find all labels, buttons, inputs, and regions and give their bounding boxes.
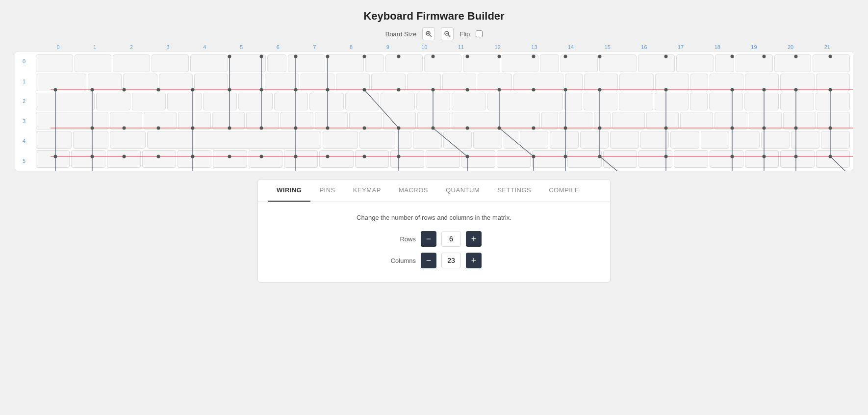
key-4-18[interactable] bbox=[731, 131, 759, 149]
key-2-8[interactable] bbox=[345, 93, 380, 110]
key-2-1[interactable] bbox=[96, 93, 130, 110]
key-5-18[interactable] bbox=[674, 150, 708, 168]
key-3-18[interactable] bbox=[715, 112, 747, 130]
key-0-18[interactable] bbox=[676, 54, 714, 72]
tab-wiring[interactable]: WIRING bbox=[268, 180, 310, 202]
key-1-9[interactable] bbox=[371, 74, 405, 91]
key-0-3[interactable] bbox=[152, 54, 189, 72]
key-0-0[interactable] bbox=[36, 54, 73, 72]
key-0-22[interactable] bbox=[813, 54, 850, 72]
key-5-17[interactable] bbox=[638, 150, 672, 168]
key-3-2[interactable] bbox=[144, 112, 177, 130]
key-1-0[interactable] bbox=[36, 74, 86, 91]
key-3-3[interactable] bbox=[178, 112, 211, 130]
key-0-9[interactable] bbox=[365, 54, 384, 72]
key-1-4[interactable] bbox=[194, 74, 228, 91]
key-3-11[interactable] bbox=[452, 112, 540, 130]
tab-keymap[interactable]: KEYMAP bbox=[344, 180, 390, 202]
key-0-19[interactable] bbox=[715, 54, 734, 72]
key-4-11[interactable] bbox=[520, 131, 548, 149]
key-0-11[interactable] bbox=[424, 54, 461, 72]
key-1-17[interactable] bbox=[655, 74, 689, 91]
key-1-15[interactable] bbox=[584, 74, 618, 91]
key-1-22[interactable] bbox=[816, 74, 850, 91]
tab-quantum[interactable]: QUANTUM bbox=[437, 180, 488, 202]
key-4-6[interactable] bbox=[397, 131, 411, 149]
key-4-4[interactable] bbox=[323, 131, 358, 149]
key-5-2[interactable] bbox=[107, 150, 141, 168]
key-3-15[interactable] bbox=[612, 112, 645, 130]
key-4-5[interactable] bbox=[359, 131, 395, 149]
key-3-7[interactable] bbox=[315, 112, 348, 130]
key-0-6[interactable] bbox=[267, 54, 286, 72]
key-5-19[interactable] bbox=[710, 150, 743, 168]
key-4-13[interactable] bbox=[580, 131, 609, 149]
key-3-14[interactable] bbox=[594, 112, 611, 130]
key-5-7[interactable] bbox=[284, 150, 318, 168]
key-5-21[interactable] bbox=[780, 150, 814, 168]
key-4-9[interactable] bbox=[473, 131, 502, 149]
key-5-16[interactable] bbox=[603, 150, 637, 168]
key-3-4[interactable] bbox=[212, 112, 245, 130]
key-5-12[interactable] bbox=[461, 150, 495, 168]
key-0-7[interactable] bbox=[288, 54, 325, 72]
key-5-15[interactable] bbox=[567, 150, 601, 168]
key-4-3[interactable] bbox=[147, 131, 321, 149]
key-1-6[interactable] bbox=[265, 74, 299, 91]
key-2-19[interactable] bbox=[744, 93, 779, 110]
cols-minus-button[interactable]: − bbox=[421, 253, 436, 268]
key-0-20[interactable] bbox=[736, 54, 773, 72]
key-0-13[interactable] bbox=[502, 54, 539, 72]
key-4-8[interactable] bbox=[443, 131, 472, 149]
key-3-19[interactable] bbox=[749, 112, 782, 130]
key-5-6[interactable] bbox=[249, 150, 282, 168]
key-3-16[interactable] bbox=[646, 112, 679, 130]
key-3-1[interactable] bbox=[110, 112, 143, 130]
key-2-11[interactable] bbox=[452, 93, 486, 110]
key-1-11[interactable] bbox=[442, 74, 476, 91]
key-2-14[interactable] bbox=[584, 93, 618, 110]
key-0-4[interactable] bbox=[190, 54, 228, 72]
key-1-2[interactable] bbox=[123, 74, 157, 91]
key-1-1[interactable] bbox=[88, 74, 122, 91]
key-1-19[interactable] bbox=[710, 74, 743, 91]
key-0-12[interactable] bbox=[463, 54, 500, 72]
key-2-9[interactable] bbox=[381, 93, 415, 110]
key-5-3[interactable] bbox=[142, 150, 176, 168]
key-1-18[interactable] bbox=[690, 74, 708, 91]
key-2-2[interactable] bbox=[132, 93, 166, 110]
key-3-21[interactable] bbox=[817, 112, 850, 130]
key-2-13[interactable] bbox=[564, 93, 582, 110]
key-5-14[interactable] bbox=[532, 150, 566, 168]
key-5-20[interactable] bbox=[745, 150, 779, 168]
key-2-0[interactable] bbox=[36, 93, 95, 110]
key-3-8[interactable] bbox=[349, 112, 382, 130]
key-2-16[interactable] bbox=[655, 93, 689, 110]
key-3-6[interactable] bbox=[281, 112, 313, 130]
key-1-10[interactable] bbox=[407, 74, 441, 91]
key-4-10[interactable] bbox=[504, 131, 518, 149]
key-0-5[interactable] bbox=[229, 54, 266, 72]
key-2-3[interactable] bbox=[167, 93, 202, 110]
key-1-16[interactable] bbox=[619, 74, 653, 91]
tab-pins[interactable]: PINS bbox=[310, 180, 344, 202]
key-3-0[interactable] bbox=[36, 112, 108, 130]
key-2-5[interactable] bbox=[238, 93, 273, 110]
key-4-17[interactable] bbox=[701, 131, 729, 149]
key-5-13[interactable] bbox=[497, 150, 531, 168]
tab-settings[interactable]: SETTINGS bbox=[488, 180, 540, 202]
key-3-13[interactable] bbox=[560, 112, 592, 130]
key-0-21[interactable] bbox=[774, 54, 812, 72]
tab-compile[interactable]: COMPILE bbox=[540, 180, 588, 202]
rows-value[interactable] bbox=[441, 231, 461, 247]
key-1-3[interactable] bbox=[159, 74, 193, 91]
key-1-8[interactable] bbox=[336, 74, 370, 91]
key-1-12[interactable] bbox=[478, 74, 511, 91]
key-4-1[interactable] bbox=[73, 131, 109, 149]
key-2-20[interactable] bbox=[780, 93, 815, 110]
key-4-19[interactable] bbox=[761, 131, 790, 149]
rows-minus-button[interactable]: − bbox=[421, 231, 436, 247]
key-1-5[interactable] bbox=[230, 74, 263, 91]
key-2-7[interactable] bbox=[309, 93, 344, 110]
key-2-6[interactable] bbox=[274, 93, 308, 110]
